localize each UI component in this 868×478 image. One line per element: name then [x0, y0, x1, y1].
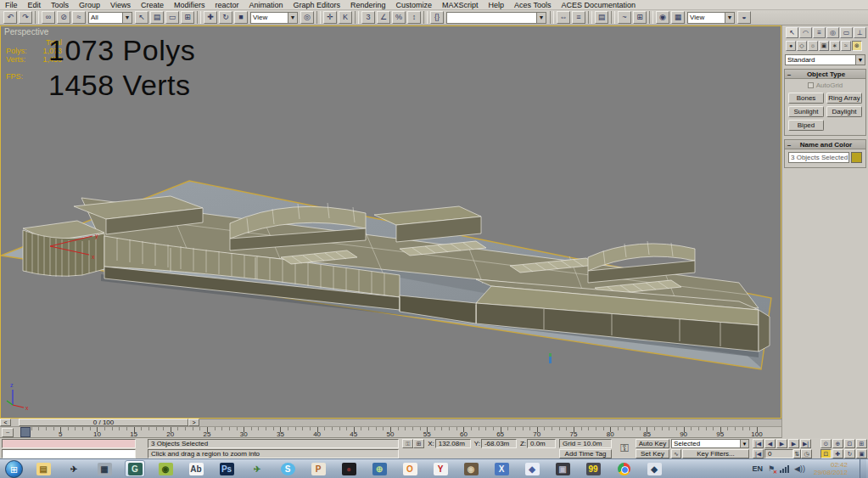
maxscript-listener-white[interactable]: [2, 449, 136, 458]
utilities-tab[interactable]: ⊥: [854, 27, 866, 38]
pan-button[interactable]: ✚: [832, 449, 843, 458]
time-slider-prev-icon[interactable]: <: [0, 419, 11, 426]
y-coordinate-field[interactable]: -68.03m: [481, 439, 517, 448]
render-type-dropdown[interactable]: View▼: [687, 12, 735, 24]
biped-button[interactable]: Biped: [788, 120, 824, 131]
photoshop-icon[interactable]: Ps: [216, 460, 237, 477]
paint-app-icon[interactable]: P: [308, 460, 328, 477]
object-subcategory-dropdown[interactable]: Standard ▼: [785, 54, 865, 65]
outlook-icon[interactable]: O: [400, 460, 420, 477]
named-selection-dropdown[interactable]: ▼: [446, 12, 546, 24]
menu-edit[interactable]: Edit: [23, 1, 47, 9]
chevron-down-icon[interactable]: ▼: [740, 440, 748, 447]
daylight-button[interactable]: Daylight: [826, 106, 862, 117]
create-tab[interactable]: ↖: [786, 27, 798, 38]
network-status-icon[interactable]: ⚑: [768, 464, 775, 473]
z-coordinate-field[interactable]: 0.0m: [527, 439, 556, 448]
shapes-category-icon[interactable]: ◇: [797, 41, 807, 51]
systems-category-icon[interactable]: ⊛: [852, 41, 862, 51]
zoom-all-button[interactable]: ⊕: [832, 439, 843, 448]
cameras-category-icon[interactable]: ▣: [819, 41, 829, 51]
select-move-icon[interactable]: ✚: [204, 11, 217, 24]
undo-icon[interactable]: ↶: [3, 11, 17, 24]
angle-snap-icon[interactable]: ∠: [377, 11, 390, 24]
x-tools-icon[interactable]: X: [491, 460, 512, 477]
unlink-icon[interactable]: ⊘: [57, 11, 70, 24]
chevron-down-icon[interactable]: ▼: [855, 55, 865, 65]
time-slider-next-icon[interactable]: >: [188, 419, 199, 426]
chevron-down-icon[interactable]: ▼: [288, 13, 297, 23]
volume-icon[interactable]: ◀)): [794, 464, 805, 473]
wallet-app-icon[interactable]: ◆: [644, 460, 664, 477]
track-bar-playhead[interactable]: [20, 427, 31, 437]
helpers-category-icon[interactable]: ∗: [830, 41, 840, 51]
frame-spinner[interactable]: ⇅: [793, 449, 801, 458]
menu-views[interactable]: Views: [105, 1, 136, 9]
object-color-swatch[interactable]: [851, 152, 862, 163]
airplane-app-icon[interactable]: ✈: [64, 460, 84, 477]
building-model[interactable]: [23, 196, 770, 357]
chevron-down-icon[interactable]: ▼: [725, 13, 734, 23]
mirror-icon[interactable]: ⇔: [557, 11, 570, 24]
current-frame-field[interactable]: 0: [764, 449, 793, 458]
reference-coordinate-dropdown[interactable]: View▼: [250, 12, 298, 24]
menu-help[interactable]: Help: [484, 1, 510, 9]
chevron-down-icon[interactable]: ▼: [536, 13, 546, 23]
spacewarps-category-icon[interactable]: ≈: [841, 41, 851, 51]
font-app-icon[interactable]: Ab: [186, 460, 206, 477]
use-pivot-center-icon[interactable]: ◎: [300, 11, 314, 24]
go-to-end-button[interactable]: ▶|: [800, 439, 811, 448]
red-y-app-icon[interactable]: Y: [430, 460, 451, 477]
select-link-icon[interactable]: ∞: [42, 11, 55, 24]
keyboard-override-icon[interactable]: K: [339, 11, 352, 24]
select-by-name-icon[interactable]: ▤: [150, 11, 164, 24]
lights-category-icon[interactable]: ☼: [808, 41, 818, 51]
default-tangent-icon[interactable]: ∿: [671, 449, 681, 458]
signal-strength-icon[interactable]: [780, 465, 789, 473]
menu-customize[interactable]: Customize: [391, 1, 438, 9]
geometry-category-icon[interactable]: ●: [786, 41, 796, 51]
percent-snap-icon[interactable]: %: [392, 11, 406, 24]
menu-reactor[interactable]: reactor: [210, 1, 244, 9]
explorer-icon[interactable]: ▤: [33, 460, 53, 477]
motion-tab[interactable]: ◎: [826, 27, 839, 38]
taskbar-clock[interactable]: 02:42 29/08/2012: [810, 461, 851, 476]
perspective-viewport[interactable]: y x z x Perspective Total Polys:1,073 Ve…: [0, 25, 781, 419]
menu-aces-tools[interactable]: Aces Tools: [509, 1, 556, 9]
viewport-label[interactable]: Perspective: [4, 27, 48, 37]
selection-set-dropdown[interactable]: Selected ▼: [671, 439, 749, 448]
menu-aces-documentation[interactable]: ACES Documentation: [556, 1, 641, 9]
3dsmax-icon[interactable]: G: [125, 460, 145, 477]
object-type-rollout-header[interactable]: – Object Type: [785, 70, 865, 79]
menu-rendering[interactable]: Rendering: [345, 1, 391, 9]
menu-modifiers[interactable]: Modifiers: [169, 1, 210, 9]
material-editor-icon[interactable]: ◉: [656, 11, 669, 24]
ring-array-button[interactable]: Ring Array: [826, 93, 862, 104]
name-color-rollout-header[interactable]: – Name and Color: [785, 140, 865, 149]
green-camera-app-icon[interactable]: ◉: [155, 460, 176, 477]
track-bar[interactable]: 5101520253035404550556065707580859095100…: [0, 427, 781, 438]
sunlight-button[interactable]: Sunlight: [788, 106, 824, 117]
zoom-extents-button[interactable]: ⊡: [844, 439, 855, 448]
time-slider[interactable]: < 0 / 100 >: [0, 419, 781, 427]
select-object-icon[interactable]: ↖: [135, 11, 148, 24]
chevron-down-icon[interactable]: ▼: [122, 13, 132, 23]
select-scale-icon[interactable]: ■: [234, 11, 248, 24]
bones-button[interactable]: Bones: [788, 93, 824, 104]
maxscript-listener-pink[interactable]: [2, 439, 136, 448]
track-bar-ruler[interactable]: 5101520253035404550556065707580859095100: [0, 427, 781, 438]
select-manipulate-icon[interactable]: ✛: [323, 11, 337, 24]
mini-curve-editor-icon[interactable]: ~: [2, 428, 14, 437]
monitor-99-icon[interactable]: 99: [583, 460, 603, 477]
window-crossing-icon[interactable]: ⊞: [181, 11, 194, 24]
select-rotate-icon[interactable]: ↻: [219, 11, 232, 24]
schematic-view-icon[interactable]: ⊞: [633, 11, 647, 24]
previous-frame-button[interactable]: ◀: [764, 439, 776, 448]
camera-recorder-icon[interactable]: ▣: [552, 460, 573, 477]
quick-render-icon[interactable]: ◒: [737, 11, 751, 24]
plane-modeler-icon[interactable]: ✈: [247, 460, 267, 477]
selection-filter-dropdown[interactable]: All▼: [88, 12, 132, 24]
align-icon[interactable]: ≡: [572, 11, 585, 24]
go-to-start-button[interactable]: |◀: [753, 439, 764, 448]
snap-toggle-icon[interactable]: 3: [361, 11, 375, 24]
